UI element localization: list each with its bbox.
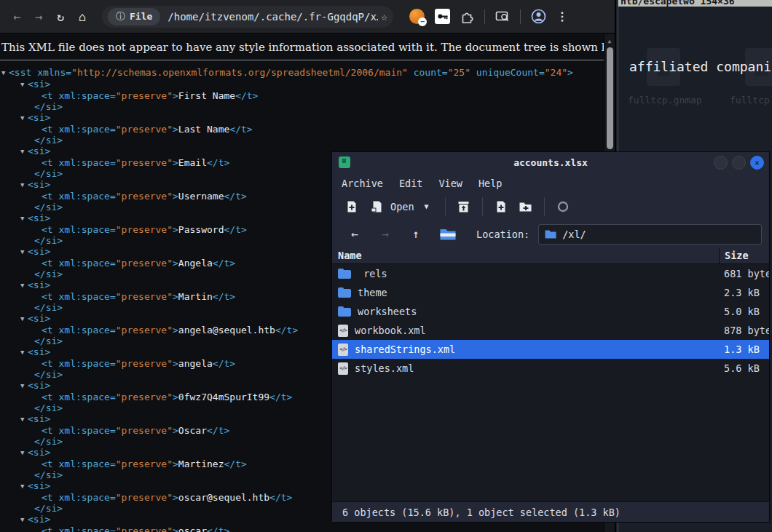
back-button[interactable]: ← (6, 9, 28, 24)
background-overlay-text: affiliated compani (629, 59, 771, 74)
blocker-extension-icon[interactable]: − (409, 9, 425, 24)
file-scheme-chip[interactable]: ⓘ File (108, 8, 160, 25)
folder-icon (338, 269, 351, 279)
menu-help[interactable]: Help (472, 175, 509, 191)
address-bar[interactable]: ⓘ File /home/itzvenom/.cache/.fr-GgqdqP/… (102, 6, 393, 28)
xml-line: ▼<si> (0, 79, 604, 90)
collapse-arrow-icon[interactable]: ▼ (20, 146, 28, 157)
window-titlebar[interactable]: accounts.xlsx ✕ (332, 152, 769, 173)
minimize-button[interactable] (714, 156, 728, 170)
add-folder-button[interactable] (513, 196, 538, 217)
collapse-arrow-icon[interactable]: ▼ (20, 481, 28, 492)
folder-icon (338, 306, 351, 317)
extensions-puzzle-icon[interactable] (460, 9, 474, 23)
new-archive-button[interactable] (339, 196, 364, 217)
file-name-cell: theme (332, 287, 719, 298)
collapse-arrow-icon[interactable]: ▼ (20, 414, 28, 425)
file-name: styles.xml (355, 362, 414, 374)
collapse-arrow-icon[interactable]: ▼ (20, 280, 28, 291)
column-size[interactable]: Size (719, 248, 769, 263)
add-file-button[interactable] (489, 196, 513, 217)
collapse-arrow-icon[interactable]: ▼ (20, 347, 28, 358)
file-label[interactable]: fulltcp. (730, 95, 772, 106)
xml-line: <t xml:space="preserve">First Name</t> (0, 90, 604, 101)
file-size: 1.3 kB (719, 344, 769, 355)
xml-line: ▼<sst xmlns="http://schemas.openxmlforma… (0, 67, 604, 79)
collapse-arrow-icon[interactable]: ▼ (20, 515, 28, 525)
browser-menu-icon[interactable]: ⋮ (556, 9, 568, 23)
terminal-titlebar-fragment: htb/escapetwo 154×36 (618, 0, 772, 7)
open-button-label[interactable]: Open (390, 201, 414, 213)
collapse-arrow-icon[interactable]: ▼ (20, 113, 28, 124)
status-bar: 6 objects (15.6 kB), 1 object selected (… (332, 501, 769, 522)
search-tabs-icon[interactable] (495, 9, 510, 23)
url-text[interactable]: /home/itzvenom/.cache/.fr-GgqdqP/x… (168, 11, 378, 23)
file-name: theme (358, 287, 387, 298)
xml-line: <t xml:space="preserve">oscar</t> (0, 525, 604, 532)
nav-forward-button[interactable]: → (370, 227, 401, 241)
table-row[interactable]: </>styles.xml5.6 kB (332, 359, 769, 378)
profile-icon[interactable] (531, 9, 546, 24)
open-folder-icon (439, 227, 457, 242)
table-row[interactable]: theme2.3 kB (332, 283, 769, 302)
password-manager-icon[interactable] (435, 9, 450, 24)
table-row[interactable]: </>workbook.xml878 bytes (332, 321, 769, 340)
collapse-arrow-icon[interactable]: ▼ (20, 314, 28, 325)
collapse-arrow-icon[interactable]: ▼ (20, 247, 28, 258)
open-dropdown-icon[interactable]: ▼ (425, 202, 429, 210)
scrollbar-up-icon[interactable]: ▲ (604, 38, 615, 44)
extract-box-icon (457, 200, 470, 213)
collapse-arrow-icon[interactable]: ▼ (20, 79, 28, 90)
location-value: /xl/ (562, 229, 586, 240)
file-name: workbook.xml (355, 325, 426, 336)
collapse-arrow-icon[interactable]: ▼ (20, 180, 28, 191)
maximize-button[interactable] (732, 156, 746, 170)
file-label[interactable]: fulltcp.gnmap (628, 95, 702, 106)
collapse-arrow-icon[interactable]: ▼ (20, 448, 28, 458)
xml-file-icon: </> (338, 362, 348, 375)
archive-manager-window: accounts.xlsx ✕ Archive Edit View Help (331, 151, 770, 523)
menu-view[interactable]: View (432, 175, 469, 191)
status-text: 6 objects (15.6 kB), 1 object selected (… (342, 507, 621, 518)
file-name: sharedStrings.xml (355, 344, 455, 355)
nav-back-button[interactable]: ← (339, 227, 370, 241)
stop-button[interactable] (551, 196, 575, 217)
location-input[interactable]: /xl/ (538, 224, 762, 245)
extension-row: − (409, 9, 568, 24)
file-list: _rels681 bytestheme2.3 kBworksheets5.0 k… (332, 264, 769, 501)
toolbar-divider (484, 9, 485, 24)
terminal-title: htb/escapetwo 154×36 (618, 0, 772, 7)
forward-button[interactable]: → (28, 9, 50, 24)
column-headers: Name Size (332, 248, 769, 264)
table-row[interactable]: _rels681 bytes (332, 264, 769, 283)
bookmark-star-icon[interactable]: ☆ (381, 10, 387, 23)
menu-archive[interactable]: Archive (335, 175, 390, 191)
info-icon: ⓘ (116, 10, 125, 23)
xml-line: </si> (0, 101, 604, 112)
home-folder-button[interactable] (431, 224, 465, 245)
scrollbar-thumb[interactable] (607, 47, 613, 149)
collapse-arrow-icon[interactable]: ▼ (20, 213, 28, 224)
toolbar-separator (544, 197, 545, 216)
open-archive-button[interactable] (364, 196, 389, 217)
column-name[interactable]: Name (332, 248, 719, 263)
menu-edit[interactable]: Edit (393, 175, 430, 191)
nav-up-button[interactable]: ↑ (401, 227, 431, 241)
folder-icon (338, 287, 351, 298)
collapse-arrow-icon[interactable]: ▼ (1, 68, 9, 79)
folder-icon (545, 229, 556, 239)
window-title: accounts.xlsx (513, 157, 588, 168)
extract-button[interactable] (452, 196, 476, 217)
table-row[interactable]: worksheets5.0 kB (332, 302, 769, 321)
window-controls: ✕ (714, 156, 764, 170)
toolbar-separator (482, 197, 483, 216)
file-name-cell: </>workbook.xml (332, 325, 719, 337)
close-button[interactable]: ✕ (750, 156, 764, 170)
file-size: 878 bytes (719, 325, 769, 336)
collapse-arrow-icon[interactable]: ▼ (20, 381, 28, 392)
file-name-cell: </>sharedStrings.xml (332, 344, 719, 356)
reload-button[interactable]: ↻ (50, 9, 71, 24)
home-button[interactable]: ⌂ (71, 9, 93, 24)
table-row[interactable]: </>sharedStrings.xml1.3 kB (332, 340, 769, 359)
record-circle-icon (556, 200, 570, 213)
